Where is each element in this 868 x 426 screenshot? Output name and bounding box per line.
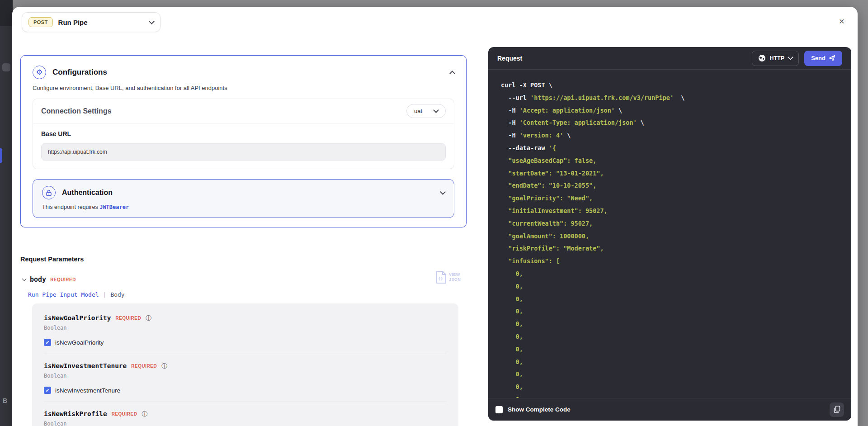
field-type: Boolean xyxy=(44,325,447,331)
json-file-icon: {} xyxy=(435,270,447,284)
code-line: "infusions": [ xyxy=(501,255,839,268)
view-json-button[interactable]: {} VIEWJSON xyxy=(435,270,461,284)
api-endpoint-modal: POST Run Pipe × ⚙ Configurations Configu… xyxy=(12,7,858,426)
caret-down-icon xyxy=(22,277,27,281)
authentication-box[interactable]: Authentication This endpoint requires JW… xyxy=(33,179,454,218)
required-badge: REQUIRED xyxy=(115,316,141,321)
show-complete-code-label: Show Complete Code xyxy=(508,406,830,413)
code-line: "currentWealth": 95027, xyxy=(501,218,839,230)
lock-icon xyxy=(42,186,56,199)
field-name: isNewGoalPriority xyxy=(44,314,111,322)
checkbox-label: isNewInvestmentTenure xyxy=(55,387,120,394)
code-line: 0, xyxy=(501,343,839,356)
field-checkbox-row[interactable]: ✓ isNewInvestmentTenure xyxy=(44,387,447,394)
chevron-down-icon[interactable] xyxy=(440,189,446,195)
body-label: body xyxy=(30,275,46,284)
field-name: isNewRiskProfile xyxy=(44,410,107,417)
configurations-header[interactable]: ⚙ Configurations xyxy=(33,66,454,79)
send-icon xyxy=(829,55,835,62)
code-line: "startDate": "13-01-2021", xyxy=(501,167,839,180)
gear-icon: ⚙ xyxy=(33,66,46,79)
connection-settings-title: Connection Settings xyxy=(41,107,112,115)
environment-select[interactable]: uat xyxy=(406,104,446,118)
code-line: "riskProfile": "Moderate", xyxy=(501,242,839,255)
field-isNewInvestmentTenure: isNewInvestmentTenure REQUIRED ⓘ Boolean… xyxy=(44,362,447,402)
checkbox-label: isNewGoalPriority xyxy=(55,339,104,346)
request-panel-title: Request xyxy=(497,55,752,62)
info-icon[interactable]: ⓘ xyxy=(161,363,167,369)
code-line: 0, xyxy=(501,368,839,381)
configurations-subtitle: Configure environment, Base URL, and aut… xyxy=(33,85,454,91)
base-url-input[interactable] xyxy=(41,143,446,161)
model-kind: Body xyxy=(110,291,124,298)
underlying-partial-text: B xyxy=(3,397,7,404)
authentication-title: Authentication xyxy=(62,189,434,197)
field-checkbox-row[interactable]: ✓ isNewGoalPriority xyxy=(44,339,447,346)
info-icon[interactable]: ⓘ xyxy=(142,411,147,417)
checkbox-checked[interactable]: ✓ xyxy=(44,339,51,346)
request-panel-header: Request HTTP Send xyxy=(488,47,851,70)
request-panel-footer: Show Complete Code xyxy=(488,398,851,421)
globe-icon xyxy=(758,54,766,62)
configurations-card: ⚙ Configurations Configure environment, … xyxy=(20,55,467,227)
required-badge: REQUIRED xyxy=(131,364,157,369)
field-isNewRiskProfile: isNewRiskProfile REQUIRED ⓘ Boolean xyxy=(44,410,447,426)
underlying-sidebar: B xyxy=(0,0,13,426)
send-button[interactable]: Send xyxy=(804,51,842,66)
body-model-row: Run Pipe Input Model | Body xyxy=(28,291,125,298)
protocol-value: HTTP xyxy=(770,55,785,62)
endpoint-selector-dropdown[interactable]: POST Run Pipe xyxy=(22,12,160,32)
code-line: 0, xyxy=(501,356,839,369)
curl-code-block: curl -X POST \ --url 'https://api.uipuat… xyxy=(488,70,851,398)
configurations-title: Configurations xyxy=(52,68,444,77)
code-line: "useAgeBasedCap": false, xyxy=(501,155,839,167)
info-icon[interactable]: ⓘ xyxy=(146,315,151,321)
model-name-link[interactable]: Run Pipe Input Model xyxy=(28,291,99,298)
required-badge: REQUIRED xyxy=(50,277,76,282)
code-line: 0, xyxy=(501,305,839,318)
copy-code-button[interactable] xyxy=(830,402,844,417)
connection-settings-box: Connection Settings uat Base URL xyxy=(33,99,454,169)
divider xyxy=(44,402,447,402)
code-line: 0, xyxy=(501,331,839,343)
close-icon[interactable]: × xyxy=(836,16,848,28)
checkbox-checked[interactable]: ✓ xyxy=(44,387,51,394)
divider xyxy=(44,354,447,354)
auth-scheme-link[interactable]: JWTBearer xyxy=(99,204,129,210)
code-line: "endDate": "10-10-2055", xyxy=(501,180,839,192)
underlying-active-indicator xyxy=(0,148,2,163)
endpoint-name: Run Pipe xyxy=(58,19,144,26)
field-type: Boolean xyxy=(44,421,447,426)
code-line: -H 'version: 4' \ xyxy=(501,129,839,142)
chevron-down-icon xyxy=(788,54,793,60)
code-line: -H 'Accept: application/json' \ xyxy=(501,104,839,117)
parameters-container: isNewGoalPriority REQUIRED ⓘ Boolean ✓ i… xyxy=(32,303,458,426)
code-line: 0, xyxy=(501,318,839,331)
chevron-down-icon xyxy=(433,107,439,113)
chevron-down-icon xyxy=(149,19,155,24)
body-section-toggle[interactable]: body REQUIRED xyxy=(23,275,76,284)
chevron-up-icon[interactable] xyxy=(449,71,455,76)
field-isNewGoalPriority: isNewGoalPriority REQUIRED ⓘ Boolean ✓ i… xyxy=(44,314,447,354)
code-line: --url 'https://api.uipuat.frk.com/v3/run… xyxy=(501,92,839,104)
code-line: -H 'Content-Type: application/json' \ xyxy=(501,117,839,129)
protocol-select[interactable]: HTTP xyxy=(752,51,799,66)
view-json-label: VIEWJSON xyxy=(449,272,461,283)
underlying-sidebar-icon xyxy=(2,63,10,71)
required-badge: REQUIRED xyxy=(112,412,137,417)
authentication-requirement: This endpoint requires JWTBearer xyxy=(42,204,445,210)
code-line: 0, xyxy=(501,293,839,306)
code-line: "goalPriority": "Need", xyxy=(501,192,839,205)
svg-text:{}: {} xyxy=(438,276,443,281)
copy-icon xyxy=(834,406,840,413)
request-parameters-title: Request Parameters xyxy=(20,256,84,263)
code-line: 0, xyxy=(501,268,839,280)
environment-value: uat xyxy=(414,108,422,114)
base-url-label: Base URL xyxy=(41,130,446,137)
method-badge: POST xyxy=(28,17,53,27)
code-line: "goalAmount": 1000000, xyxy=(501,230,839,243)
show-complete-code-checkbox[interactable] xyxy=(495,406,503,413)
code-line: --data-raw '{ xyxy=(501,142,839,155)
code-line: curl -X POST \ xyxy=(501,79,839,92)
request-panel: Request HTTP Send curl -X POST \ --url '… xyxy=(488,47,851,421)
